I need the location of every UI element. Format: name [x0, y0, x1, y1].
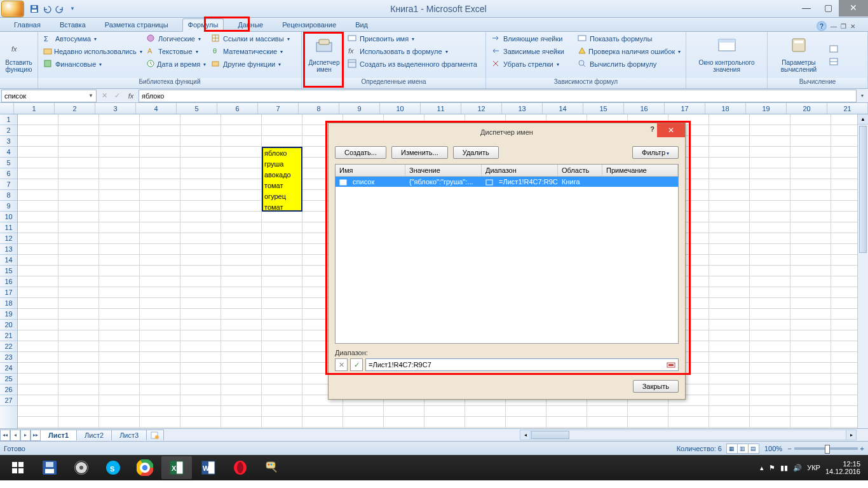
col-header[interactable]: 14 [543, 103, 583, 114]
trace-dependents-button[interactable]: Зависимые ячейки [489, 46, 574, 57]
help-icon[interactable]: ? [817, 21, 827, 31]
col-header[interactable]: 19 [746, 103, 787, 114]
col-header[interactable]: 9 [339, 103, 380, 114]
sheet-tab-1[interactable]: Лист1 [40, 430, 77, 440]
logical-button[interactable]: Логические [144, 33, 207, 44]
define-name-button[interactable]: Присвоить имя [345, 33, 482, 44]
mdi-close-icon[interactable]: ✕ [850, 23, 855, 30]
row-header[interactable]: 19 [0, 309, 17, 320]
row-header[interactable]: 6 [0, 168, 17, 179]
col-header[interactable]: 16 [624, 103, 665, 114]
name-manager-button[interactable]: Диспетчер имен [304, 33, 344, 77]
row-header[interactable]: 23 [0, 352, 17, 363]
tab-home[interactable]: Главная [9, 19, 46, 31]
use-in-formula-button[interactable]: fxИспользовать в формуле [345, 46, 482, 57]
dialog-delete-button[interactable]: Удалить [453, 146, 499, 159]
row-header[interactable]: 25 [0, 374, 17, 384]
row-header[interactable]: 18 [0, 298, 17, 309]
row-header[interactable]: 11 [0, 222, 17, 233]
view-buttons[interactable]: ▦▥▤ [727, 444, 759, 454]
list-row-selected[interactable]: список {"яблоко":"груша":... =Лист1!R4C7… [336, 177, 678, 187]
col-header[interactable]: 18 [705, 103, 746, 114]
col-header[interactable]: 15 [583, 103, 624, 114]
col-header[interactable]: 3 [95, 103, 136, 114]
autosum-button[interactable]: ΣАвтосумма [41, 33, 142, 44]
row-header[interactable]: 20 [0, 320, 17, 330]
zoom-in-icon[interactable]: + [860, 445, 864, 452]
row-header[interactable]: 5 [0, 158, 17, 168]
col-header[interactable]: 20 [787, 103, 827, 114]
tray-flag-icon[interactable]: ⚑ [769, 464, 775, 472]
row-header[interactable]: 4 [0, 147, 17, 158]
taskbar-opera-icon[interactable] [225, 456, 255, 479]
col-header[interactable]: 5 [177, 103, 217, 114]
more-functions-button[interactable]: Другие функции [208, 58, 297, 70]
row-header[interactable]: 16 [0, 276, 17, 287]
tab-review[interactable]: Рецензирование [277, 19, 341, 31]
tray-clock[interactable]: 12:1514.12.2016 [825, 460, 860, 475]
col-header[interactable]: 7 [258, 103, 299, 114]
row-header[interactable]: 8 [0, 190, 17, 201]
error-checking-button[interactable]: Проверка наличия ошибок [575, 46, 683, 57]
recent-button[interactable]: Недавно использовались [41, 46, 142, 57]
dialog-filter-button[interactable]: Фильтр [632, 146, 679, 159]
row-header[interactable]: 21 [0, 330, 17, 341]
watch-window-button[interactable]: Окно контрольного значения [689, 33, 764, 77]
col-header[interactable]: 17 [665, 103, 705, 114]
page-break-view-icon[interactable]: ▤ [748, 444, 759, 454]
row-header[interactable]: 9 [0, 201, 17, 212]
fx-icon[interactable]: fx [123, 92, 139, 100]
tab-insert[interactable]: Вставка [55, 19, 91, 31]
row-header[interactable]: 7 [0, 179, 17, 190]
col-header[interactable]: 11 [421, 103, 461, 114]
collapse-dialog-icon[interactable] [667, 360, 675, 369]
row-header[interactable]: 24 [0, 363, 17, 374]
col-header[interactable]: 4 [136, 103, 177, 114]
normal-view-icon[interactable]: ▦ [726, 444, 738, 454]
col-header[interactable]: 1 [14, 103, 55, 114]
financial-button[interactable]: Финансовые [41, 58, 142, 70]
sheet-nav[interactable]: ◂◂◂▸▸▸ [0, 430, 41, 441]
maximize-button[interactable]: ▢ [817, 1, 839, 15]
new-sheet-button[interactable] [146, 430, 164, 440]
taskbar-paint-icon[interactable] [257, 456, 287, 479]
page-layout-view-icon[interactable]: ▥ [737, 444, 749, 454]
dialog-edit-button[interactable]: Изменить... [391, 146, 448, 159]
name-box[interactable]: список▼ [1, 90, 97, 102]
dialog-title-bar[interactable]: Диспетчер имен ? ✕ [329, 123, 685, 141]
range-cancel-icon[interactable]: ✕ [335, 358, 348, 371]
row-header[interactable]: 2 [0, 125, 17, 136]
range-input[interactable]: =Лист1!R4C7:R9C7 [365, 358, 679, 371]
row-header[interactable]: 27 [0, 395, 17, 406]
row-header[interactable]: 10 [0, 212, 17, 222]
tray-up-icon[interactable]: ▴ [760, 464, 764, 472]
remove-arrows-button[interactable]: Убрать стрелки [489, 58, 574, 70]
taskbar-skype-icon[interactable]: S [98, 456, 128, 479]
dialog-close-footer-button[interactable]: Закрыть [633, 380, 679, 393]
create-from-selection-button[interactable]: Создать из выделенного фрагмента [345, 58, 482, 70]
office-button[interactable] [1, 1, 24, 17]
row-header[interactable]: 26 [0, 384, 17, 395]
col-header[interactable]: 13 [502, 103, 543, 114]
tab-data[interactable]: Данные [233, 19, 268, 31]
zoom-out-icon[interactable]: − [787, 445, 791, 452]
evaluate-formula-button[interactable]: Вычислить формулу [575, 58, 683, 70]
taskbar-excel-icon[interactable]: X [161, 456, 192, 479]
range-accept-icon[interactable]: ✓ [350, 358, 363, 371]
sheet-tab-2[interactable]: Лист2 [76, 430, 112, 440]
trace-precedents-button[interactable]: Влияющие ячейки [489, 33, 574, 44]
close-button[interactable]: ✕ [839, 0, 868, 17]
vertical-scrollbar[interactable]: ▲ [857, 114, 868, 428]
taskbar-disc-icon[interactable] [66, 456, 97, 479]
col-header[interactable]: 6 [217, 103, 258, 114]
zoom-level[interactable]: 100% [764, 445, 782, 452]
qat-dropdown-icon[interactable]: ▼ [67, 4, 78, 14]
tray-network-icon[interactable]: ▮▮ [780, 464, 788, 472]
col-header[interactable]: 10 [380, 103, 421, 114]
taskbar-chrome-icon[interactable] [130, 456, 160, 479]
row-header[interactable]: 15 [0, 266, 17, 276]
dialog-names-list[interactable]: Имя Значение Диапазон Область Примечание… [335, 164, 679, 344]
lookup-button[interactable]: Ссылки и массивы [208, 33, 297, 44]
minimize-button[interactable]: — [796, 1, 817, 15]
sheet-tab-3[interactable]: Лист3 [111, 430, 147, 440]
